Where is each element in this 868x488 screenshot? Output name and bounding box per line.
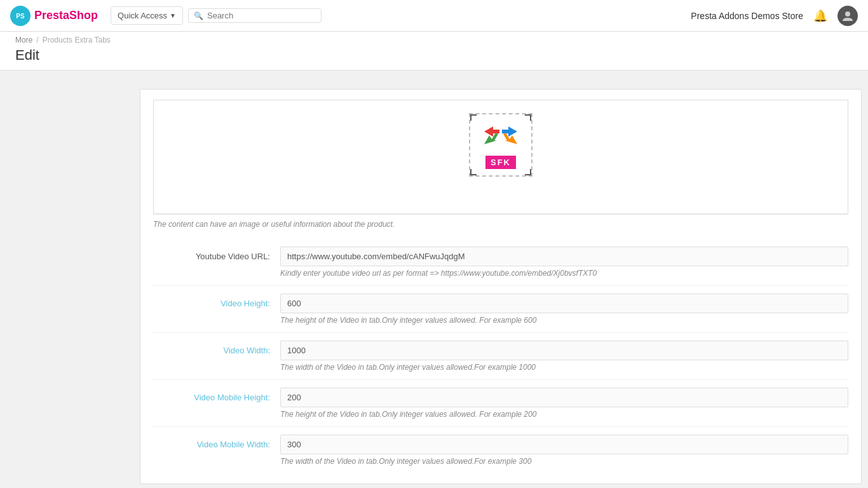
search-magnify-icon: 🔍 <box>194 11 203 20</box>
breadcrumb-separator: / <box>36 36 38 44</box>
svg-text:PS: PS <box>16 13 25 20</box>
video-mobile-width-input[interactable] <box>280 435 848 454</box>
video-mobile-width-hint: The width of the Video in tab.Only integ… <box>280 457 848 466</box>
sfk-logo-svg <box>479 121 522 154</box>
youtube-url-label: Youtube Video URL: <box>153 247 280 261</box>
video-mobile-height-field-wrap: The height of the Video in tab.Only inte… <box>280 388 848 419</box>
video-width-input[interactable] <box>280 341 848 360</box>
store-name: Presta Addons Demos Store <box>691 11 803 21</box>
video-width-row: Video Width: The width of the Video in t… <box>153 333 848 380</box>
youtube-url-hint: Kindly enter youtube video url as per fo… <box>280 269 848 278</box>
bell-icon[interactable]: 🔔 <box>813 9 827 23</box>
video-mobile-width-field-wrap: The width of the Video in tab.Only integ… <box>280 435 848 466</box>
video-height-input[interactable] <box>280 294 848 313</box>
youtube-url-field-wrap: Kindly enter youtube video url as per fo… <box>280 247 848 278</box>
breadcrumb-parent[interactable]: More <box>15 36 32 44</box>
breadcrumb: More / Products Extra Tabs <box>15 36 853 44</box>
video-mobile-height-label: Video Mobile Height: <box>153 388 280 402</box>
card-body: SFK The content can have an image or use… <box>140 90 861 484</box>
search-input[interactable] <box>207 11 316 20</box>
youtube-url-row: Youtube Video URL: Kindly enter youtube … <box>153 239 848 286</box>
video-width-hint: The width of the Video in tab.Only integ… <box>280 363 848 372</box>
content-card: SFK The content can have an image or use… <box>140 89 862 484</box>
video-height-field-wrap: The height of the Video in tab.Only inte… <box>280 294 848 325</box>
video-mobile-width-row: Video Mobile Width: The width of the Vid… <box>153 427 848 473</box>
image-hint: The content can have an image or useful … <box>153 214 848 234</box>
caret-icon: ▼ <box>170 12 176 19</box>
video-width-label: Video Width: <box>153 341 280 355</box>
sfk-text-badge: SFK <box>485 156 516 169</box>
sidebar <box>0 83 140 488</box>
sub-header: More / Products Extra Tabs Edit <box>0 32 868 71</box>
video-height-hint: The height of the Video in tab.Only inte… <box>280 316 848 325</box>
page-layout: SFK The content can have an image or use… <box>0 83 868 488</box>
avatar[interactable] <box>837 6 858 26</box>
page-title: Edit <box>15 47 853 64</box>
video-mobile-height-input[interactable] <box>280 388 848 407</box>
youtube-url-input[interactable] <box>280 247 848 266</box>
top-navigation: PS PrestaShop Quick Access ▼ 🔍 Presta Ad… <box>0 0 868 32</box>
video-mobile-width-label: Video Mobile Width: <box>153 435 280 449</box>
image-preview-area: SFK <box>153 100 848 214</box>
video-mobile-height-row: Video Mobile Height: The height of the V… <box>153 380 848 427</box>
video-height-label: Video Height: <box>153 294 280 308</box>
logo[interactable]: PS PrestaShop <box>10 6 98 26</box>
sfk-logo-image: SFK <box>472 116 529 173</box>
image-container: SFK <box>469 113 532 177</box>
svg-point-2 <box>845 11 850 17</box>
logo-icon: PS <box>10 6 31 26</box>
video-width-field-wrap: The width of the Video in tab.Only integ… <box>280 341 848 372</box>
quick-access-button[interactable]: Quick Access ▼ <box>111 6 183 25</box>
search-bar: 🔍 <box>188 8 322 23</box>
main-content: SFK The content can have an image or use… <box>140 83 868 488</box>
logo-text: PrestaShop <box>34 9 98 22</box>
nav-right: Presta Addons Demos Store 🔔 <box>691 6 858 26</box>
video-height-row: Video Height: The height of the Video in… <box>153 286 848 333</box>
breadcrumb-current: Products Extra Tabs <box>43 36 111 44</box>
video-mobile-height-hint: The height of the Video in tab.Only inte… <box>280 410 848 419</box>
